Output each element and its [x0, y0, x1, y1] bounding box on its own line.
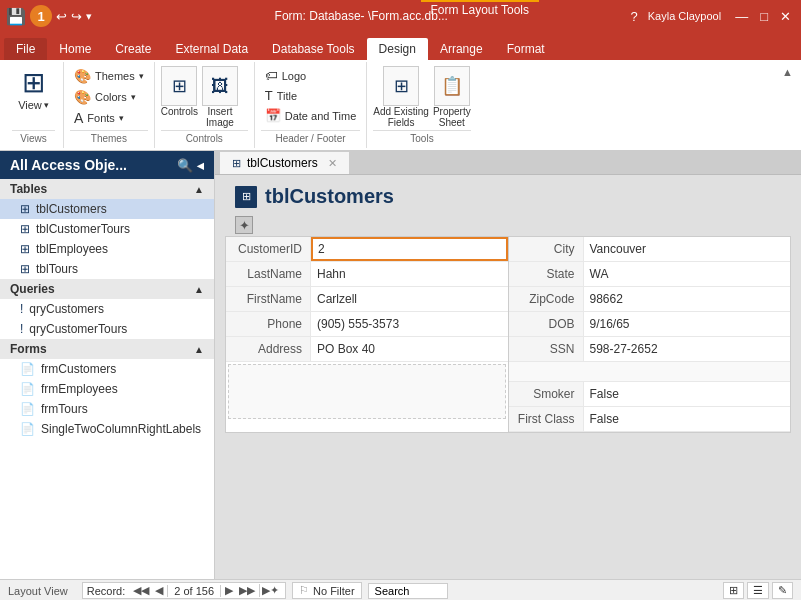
field-value-address[interactable]: PO Box 40	[311, 337, 508, 361]
fonts-btn[interactable]: A Fonts ▾	[70, 108, 148, 128]
filter-label: No Filter	[313, 585, 355, 597]
datasheet-view-btn[interactable]: ⊞	[723, 582, 744, 599]
empty-row-right	[509, 362, 791, 382]
app-save-icon[interactable]: 💾	[6, 7, 26, 26]
tab-arrange[interactable]: Arrange	[428, 38, 495, 60]
sidebar-item-tblemployees[interactable]: ⊞ tblEmployees	[0, 239, 214, 259]
sidebar-item-tblcustomertours[interactable]: ⊞ tblCustomerTours	[0, 219, 214, 239]
table-row: FirstName Carlzell	[226, 287, 508, 312]
field-label-ssn: SSN	[509, 337, 584, 361]
sidebar-section-forms-header[interactable]: Forms ▲	[0, 339, 214, 359]
add-record-btn[interactable]: ✦	[235, 216, 253, 234]
insert-image-btn[interactable]: 🖼 InsertImage	[202, 66, 238, 128]
field-value-firstname[interactable]: Carlzell	[311, 287, 508, 311]
form-table: CustomerID 2 LastName Hahn FirstName Car…	[225, 236, 791, 433]
form-content: ⊞ tblCustomers ✦ CustomerID 2 L	[215, 175, 801, 579]
close-btn[interactable]: ✕	[776, 9, 795, 24]
form-title: tblCustomers	[265, 185, 394, 208]
sidebar-item-frmcustomers[interactable]: 📄 frmCustomers	[0, 359, 214, 379]
field-label-smoker: Smoker	[509, 382, 584, 406]
ribbon-collapse-btn[interactable]: ▲	[778, 62, 797, 148]
field-value-smoker[interactable]: False	[584, 382, 791, 406]
ribbon-group-tools: ⊞ Add ExistingFields 📋 PropertySheet Too…	[367, 62, 476, 148]
sidebar-item-frmemployees[interactable]: 📄 frmEmployees	[0, 379, 214, 399]
table-row: DOB 9/16/65	[509, 312, 791, 337]
nav-last-btn[interactable]: ▶▶	[237, 584, 257, 597]
ribbon: ⊞ View ▾ Views 🎨 Themes ▾ 🎨 Colors ▾ A F…	[0, 60, 801, 151]
nav-next-btn[interactable]: ▶	[223, 584, 235, 597]
tab-format[interactable]: Format	[495, 38, 557, 60]
date-time-btn[interactable]: 📅 Date and Time	[261, 106, 361, 125]
user-name: Kayla Claypool	[642, 10, 727, 22]
queries-collapse-icon: ▲	[194, 284, 204, 295]
more-btn[interactable]: ▾	[86, 10, 92, 23]
design-view-btn[interactable]: ✎	[772, 582, 793, 599]
sidebar-collapse-icon[interactable]: ◂	[197, 158, 204, 173]
minimize-btn[interactable]: —	[731, 9, 752, 24]
field-label-customerid: CustomerID	[226, 237, 311, 261]
property-sheet-btn[interactable]: 📋 PropertySheet	[433, 66, 471, 128]
field-value-ssn[interactable]: 598-27-2652	[584, 337, 791, 361]
field-value-city[interactable]: Vancouver	[584, 237, 791, 261]
query-icon-2: !	[20, 322, 23, 336]
form-icon-4: 📄	[20, 422, 35, 436]
tab-home[interactable]: Home	[47, 38, 103, 60]
tab-database-tools[interactable]: Database Tools	[260, 38, 367, 60]
field-value-customerid[interactable]: 2	[311, 237, 508, 261]
layout-view-label: Layout View	[8, 585, 68, 597]
sidebar-item-singletwocolumn[interactable]: 📄 SingleTwoColumnRightLabels	[0, 419, 214, 439]
field-value-lastname[interactable]: Hahn	[311, 262, 508, 286]
field-value-dob[interactable]: 9/16/65	[584, 312, 791, 336]
nav-first-btn[interactable]: ◀◀	[131, 584, 151, 597]
title-btn[interactable]: T Title	[261, 86, 361, 105]
sidebar-item-tbltours[interactable]: ⊞ tblTours	[0, 259, 214, 279]
controls-btn[interactable]: ⊞ Controls	[161, 66, 198, 117]
sidebar-section-queries-header[interactable]: Queries ▲	[0, 279, 214, 299]
form-view-btn[interactable]: ☰	[747, 582, 769, 599]
field-value-phone[interactable]: (905) 555-3573	[311, 312, 508, 336]
field-value-firstclass[interactable]: False	[584, 407, 791, 431]
doc-tab-label: tblCustomers	[247, 156, 318, 170]
logo-btn[interactable]: 🏷 Logo	[261, 66, 361, 85]
record-number: 2 of 156	[167, 585, 221, 597]
doc-tab-tblcustomers[interactable]: ⊞ tblCustomers ✕	[219, 151, 350, 174]
search-input[interactable]	[368, 583, 448, 599]
tab-file[interactable]: File	[4, 38, 47, 60]
sidebar-item-qrycustomertours[interactable]: ! qryCustomerTours	[0, 319, 214, 339]
filter-btn[interactable]: ⚐ No Filter	[292, 582, 362, 599]
field-value-state[interactable]: WA	[584, 262, 791, 286]
forms-collapse-icon: ▲	[194, 344, 204, 355]
sidebar-item-qrycustomers[interactable]: ! qryCustomers	[0, 299, 214, 319]
table-row: City Vancouver	[509, 237, 791, 262]
view-btn[interactable]: ⊞ View ▾	[18, 66, 49, 128]
tab-design[interactable]: Design	[367, 38, 428, 60]
undo-btn[interactable]: ↩	[56, 9, 67, 24]
sidebar-item-frmtours[interactable]: 📄 frmTours	[0, 399, 214, 419]
ribbon-group-controls: ⊞ Controls 🖼 InsertImage Controls	[155, 62, 255, 148]
add-existing-fields-btn[interactable]: ⊞ Add ExistingFields	[373, 66, 429, 128]
field-label-lastname: LastName	[226, 262, 311, 286]
nav-prev-btn[interactable]: ◀	[153, 584, 165, 597]
nav-new-btn[interactable]: ▶✦	[259, 584, 281, 597]
sidebar: All Access Obje... 🔍 ◂ Tables ▲ ⊞ tblCus…	[0, 151, 215, 579]
tables-collapse-icon: ▲	[194, 184, 204, 195]
ribbon-group-themes: 🎨 Themes ▾ 🎨 Colors ▾ A Fonts ▾ Themes	[64, 62, 155, 148]
redo-btn[interactable]: ↪	[71, 9, 82, 24]
colors-btn[interactable]: 🎨 Colors ▾	[70, 87, 148, 107]
table-icon-1: ⊞	[20, 202, 30, 216]
table-row: ZipCode 98662	[509, 287, 791, 312]
tab-external-data[interactable]: External Data	[163, 38, 260, 60]
tab-create[interactable]: Create	[103, 38, 163, 60]
sidebar-item-tblcustomers[interactable]: ⊞ tblCustomers	[0, 199, 214, 219]
themes-btn[interactable]: 🎨 Themes ▾	[70, 66, 148, 86]
field-label-phone: Phone	[226, 312, 311, 336]
field-value-zipcode[interactable]: 98662	[584, 287, 791, 311]
table-row: CustomerID 2	[226, 237, 508, 262]
record-label: Record:	[87, 585, 126, 597]
doc-tab-close-icon[interactable]: ✕	[328, 157, 337, 170]
empty-area-left	[228, 364, 506, 419]
sidebar-search-icon[interactable]: 🔍	[177, 158, 193, 173]
maximize-btn[interactable]: □	[756, 9, 772, 24]
help-btn[interactable]: ?	[631, 9, 638, 24]
sidebar-section-tables-header[interactable]: Tables ▲	[0, 179, 214, 199]
